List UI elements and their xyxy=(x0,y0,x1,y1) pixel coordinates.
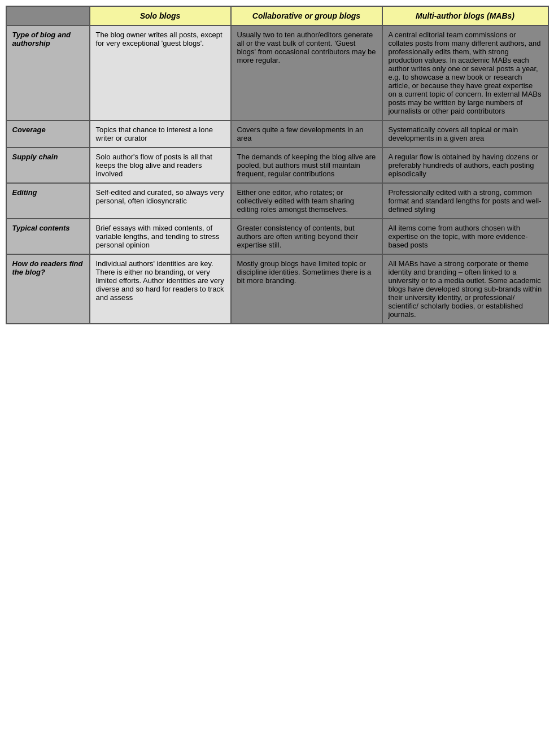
header-empty-cell xyxy=(6,6,90,25)
row-label: Typical contents xyxy=(6,219,90,254)
row-mab-cell: Systematically covers all topical or mai… xyxy=(382,120,548,147)
table-row: Typical contentsBrief essays with mixed … xyxy=(6,219,548,254)
row-collaborative-cell: Either one editor, who rotates; or colle… xyxy=(231,183,382,219)
row-collaborative-cell: Covers quite a few developments in an ar… xyxy=(231,120,382,147)
row-mab-cell: Professionally edited with a strong, com… xyxy=(382,183,548,219)
row-label: Coverage xyxy=(6,120,90,147)
row-label: Type of blog and authorship xyxy=(6,25,90,120)
table-row: CoverageTopics that chance to interest a… xyxy=(6,120,548,147)
header-solo-blogs: Solo blogs xyxy=(90,6,231,25)
row-mab-cell: All MABs have a strong corporate or them… xyxy=(382,254,548,324)
table-row: How do readers find the blog?Individual … xyxy=(6,254,548,324)
row-solo-cell: Self-edited and curated, so always very … xyxy=(90,183,231,219)
row-collaborative-cell: The demands of keeping the blog alive ar… xyxy=(231,147,382,183)
row-collaborative-cell: Usually two to ten author/editors genera… xyxy=(231,25,382,120)
table-row: Editing Self-edited and curated, so alwa… xyxy=(6,183,548,219)
row-label: How do readers find the blog? xyxy=(6,254,90,324)
row-solo-cell: The blog owner writes all posts, except … xyxy=(90,25,231,120)
row-collaborative-cell: Mostly group blogs have limited topic or… xyxy=(231,254,382,324)
row-collaborative-cell: Greater consistency of contents, but aut… xyxy=(231,219,382,254)
row-mab-cell: All items come from authors chosen with … xyxy=(382,219,548,254)
row-label: Supply chain xyxy=(6,147,90,183)
table-row: Supply chainSolo author's flow of posts … xyxy=(6,147,548,183)
row-mab-cell: A regular flow is obtained by having doz… xyxy=(382,147,548,183)
row-label: Editing xyxy=(6,183,90,219)
header-mab-blogs: Multi-author blogs (MABs) xyxy=(382,6,548,25)
row-solo-cell: Brief essays with mixed contents, of var… xyxy=(90,219,231,254)
row-solo-cell: Topics that chance to interest a lone wr… xyxy=(90,120,231,147)
table-row: Type of blog and authorshipThe blog owne… xyxy=(6,25,548,120)
row-mab-cell: A central editorial team commissions or … xyxy=(382,25,548,120)
header-collaborative-blogs: Collaborative or group blogs xyxy=(231,6,382,25)
row-solo-cell: Individual authors' identities are key. … xyxy=(90,254,231,324)
table-header-row: Solo blogs Collaborative or group blogs … xyxy=(6,6,548,25)
row-solo-cell: Solo author's flow of posts is all that … xyxy=(90,147,231,183)
